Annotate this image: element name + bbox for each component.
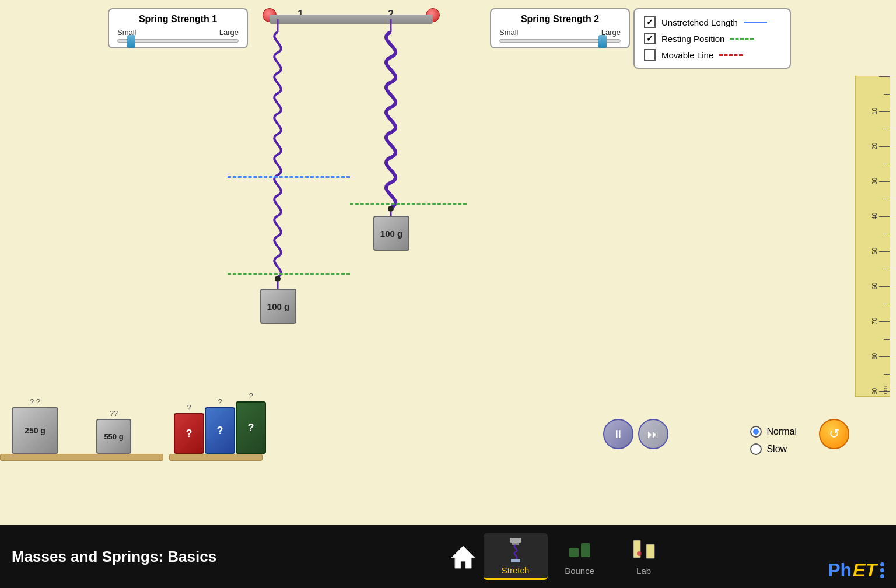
phet-dots [880,562,884,578]
speed-controls: Normal Slow [750,426,797,455]
reset-button[interactable]: ↺ [819,419,849,449]
mass-550g[interactable]: 550 g [96,419,131,454]
mass-250g-questions: ? ? [12,397,58,406]
blue-mass[interactable]: ? [205,407,235,454]
red-mass[interactable]: ? [174,413,204,454]
phet-et: ET [853,559,877,581]
unstretched-label: Unstretched Length [662,18,738,27]
speed-normal-option[interactable]: Normal [750,426,797,438]
svg-rect-10 [569,548,579,557]
simulation-area: Spring Strength 1 Small Large Spring Str… [0,0,896,525]
home-icon [449,542,477,570]
phet-logo: Ph ET [828,559,884,581]
mass-block-spring1[interactable]: 100 g [260,289,296,324]
ruler-cm-label: cm [882,386,888,394]
phet-ph: Ph [828,559,852,581]
mass-550g-questions: ?? [96,409,131,418]
resting-label: Resting Position [662,34,724,44]
svg-rect-11 [581,543,590,557]
mass-250g[interactable]: 250 g [12,407,58,454]
blue-mass-question: ? [205,397,235,406]
svg-marker-6 [452,546,475,568]
speed-slow-radio[interactable] [750,443,762,455]
svg-point-1 [275,276,281,282]
tab-bounce[interactable]: Bounce [548,533,612,580]
green-mass-container: ? ? [236,391,266,454]
unstretched-checkbox[interactable]: ✓ [644,16,656,28]
green-mass[interactable]: ? [236,401,266,454]
step-button[interactable]: ⏭ [638,419,668,449]
toolbar: Masses and Springs: Basics Stretch [0,525,896,588]
blue-mass-container: ? ? [205,397,235,454]
speed-slow-option[interactable]: Slow [750,443,797,455]
spring-panel-1-title: Spring Strength 1 [117,14,239,24]
mass-block-spring2[interactable]: 100 g [373,216,410,251]
resting-ref-line-spring2 [350,203,467,205]
shelf-1 [0,454,163,461]
speed-slow-label: Slow [766,444,787,454]
unstretched-line [744,22,767,23]
spring1-large-label: Large [219,28,239,37]
svg-rect-8 [512,542,519,545]
svg-point-4 [388,206,394,212]
mass-550g-container: ?? 550 g [96,409,131,454]
movable-checkbox[interactable] [644,49,656,61]
shelf-2 [169,454,262,461]
lab-icon [628,537,660,564]
spring-top-bar [270,15,433,24]
green-mass-question: ? [236,391,266,400]
red-mass-question: ? [174,403,204,412]
pause-button[interactable]: ⏸ [603,419,634,449]
spring1-slider-track[interactable] [117,39,239,43]
ruler[interactable]: 102030405060708090 cm [855,76,890,397]
tab-stretch[interactable]: Stretch [484,533,548,580]
spring2-slider-track[interactable] [499,39,621,43]
playback-controls: ⏸ ⏭ [603,419,668,449]
legend-unstretched: ✓ Unstretched Length [644,16,780,28]
tab-lab[interactable]: Lab [612,533,676,580]
svg-rect-7 [510,538,522,542]
nav-tabs: Stretch Bounce Lab [234,533,884,580]
spring1-coils [274,19,281,289]
bounce-icon [564,537,596,564]
legend-panel: ✓ Unstretched Length ✓ Resting Position … [634,8,791,69]
nav-home-button[interactable] [443,536,484,577]
red-mass-container: ? ? [174,403,204,454]
spring-strength-panel-1: Spring Strength 1 Small Large [108,8,248,48]
svg-rect-9 [511,559,520,562]
svg-rect-13 [646,544,654,558]
spring-panel-2-title: Spring Strength 2 [499,14,621,24]
resting-checkbox[interactable]: ✓ [644,33,656,44]
resting-line [730,38,754,40]
tab-bounce-label: Bounce [565,566,594,576]
speed-normal-indicator [753,429,759,435]
legend-resting: ✓ Resting Position [644,33,780,44]
spring-strength-panel-2: Spring Strength 2 Small Large [490,8,630,48]
tab-stretch-label: Stretch [502,565,530,575]
spring2-slider-thumb[interactable] [598,35,607,48]
resting-ref-line-spring1 [228,273,350,275]
spring1-slider-thumb[interactable] [127,35,135,48]
spring2-coils [386,19,396,216]
app-title: Masses and Springs: Basics [12,548,234,566]
spring2-small-label: Small [499,28,519,37]
legend-movable: Movable Line [644,49,780,61]
stretch-icon [499,537,531,563]
movable-label: Movable Line [662,50,713,60]
speed-normal-radio[interactable] [750,426,762,438]
speed-normal-label: Normal [766,426,797,437]
tab-lab-label: Lab [636,566,651,576]
movable-line [719,54,743,56]
unstretched-ref-line-spring1 [228,176,350,178]
svg-point-14 [637,551,642,556]
mass-250g-container: ? ? 250 g [12,397,58,454]
